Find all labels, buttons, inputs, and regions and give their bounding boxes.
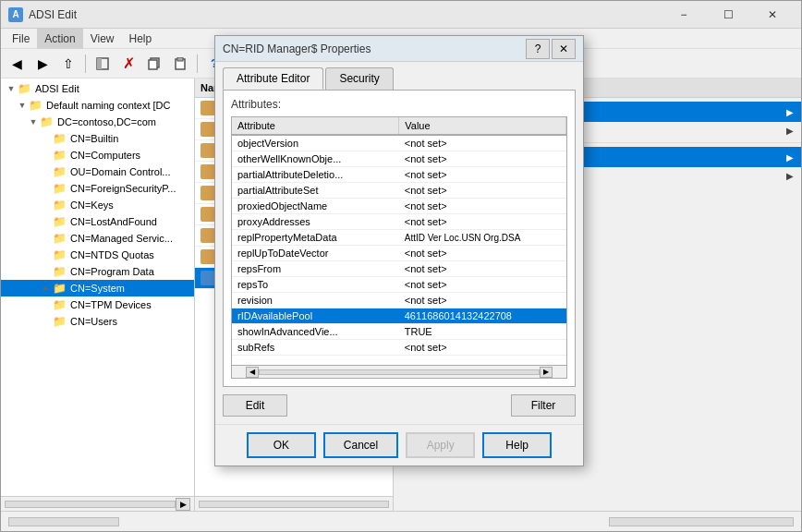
item-icon <box>200 164 215 179</box>
attr-cell: proxyAddresses <box>232 214 399 230</box>
tree-root-label: ADSI Edit <box>35 83 79 94</box>
expand-icon: ▼ <box>5 84 18 93</box>
menu-file[interactable]: File <box>5 29 37 49</box>
list-hscroll[interactable] <box>195 496 393 511</box>
dialog-title: CN=RID Manager$ Properties <box>223 42 526 55</box>
menu-action[interactable]: Action <box>37 29 82 49</box>
value-cell: <not set> <box>399 246 566 261</box>
attributes-table: Attribute Value objectVersion<not set>ot… <box>232 117 566 356</box>
value-cell: TRUE <box>399 324 566 340</box>
tree-item-defaultnaming[interactable]: ▼ 📁 Default naming context [DC <box>1 97 194 114</box>
attr-cell: replPropertyMetaData <box>232 230 399 246</box>
item-icon <box>200 122 215 137</box>
table-row[interactable]: partialAttributeSet<not set> <box>232 183 566 199</box>
properties-dialog: CN=RID Manager$ Properties ? ✕ Attribute… <box>214 35 584 466</box>
table-row[interactable]: subRefs<not set> <box>232 340 566 356</box>
tree-item-computers[interactable]: 📁 CN=Computers <box>1 147 194 163</box>
tree-item-dc[interactable]: ▼ 📁 DC=contoso,DC=com <box>1 114 194 130</box>
tree-hscroll[interactable]: ▶ <box>1 496 194 511</box>
table-row[interactable]: repsFrom<not set> <box>232 261 566 277</box>
tree-item-tpm[interactable]: 📁 CN=TPM Devices <box>1 296 194 313</box>
attr-cell: subRefs <box>232 340 399 356</box>
attributes-table-container[interactable]: Attribute Value objectVersion<not set>ot… <box>231 116 567 366</box>
item-icon <box>200 228 215 243</box>
tree-item-programdata[interactable]: 📁 CN=Program Data <box>1 263 194 280</box>
folder-icon: 📁 <box>53 248 67 261</box>
tree-item-users[interactable]: 📁 CN=Users <box>1 313 194 330</box>
ok-button[interactable]: OK <box>247 432 316 458</box>
separator-1 <box>85 54 86 73</box>
table-row[interactable]: revision<not set> <box>232 293 566 308</box>
tree-item-system[interactable]: ► 📁 CN=System <box>1 280 194 296</box>
back-button[interactable]: ◀ <box>5 52 29 76</box>
paste-button[interactable] <box>168 52 192 76</box>
menu-view[interactable]: View <box>83 29 122 49</box>
dialog-help-button[interactable]: ? <box>526 39 550 59</box>
apply-button[interactable]: Apply <box>406 432 475 458</box>
minimize-button[interactable]: − <box>662 1 705 29</box>
table-row[interactable]: partialAttributeDeletio...<not set> <box>232 167 566 183</box>
tree-scrollbar[interactable] <box>5 501 176 508</box>
hscroll-track[interactable] <box>259 369 540 375</box>
table-row[interactable]: repsTo<not set> <box>232 277 566 293</box>
cancel-button[interactable]: Cancel <box>323 432 398 458</box>
tree-label: CN=Keys <box>70 200 114 211</box>
up-button[interactable]: ⇧ <box>56 52 80 76</box>
tree-item-keys[interactable]: 📁 CN=Keys <box>1 197 194 213</box>
maximize-button[interactable]: ☐ <box>707 1 749 29</box>
edit-button[interactable]: Edit <box>223 394 287 417</box>
table-row[interactable]: proxyAddresses<not set> <box>232 214 566 230</box>
attributes-label: Attributes: <box>231 98 567 111</box>
menu-help[interactable]: Help <box>122 29 160 49</box>
attr-cell: repsFrom <box>232 261 399 277</box>
hscroll-right[interactable]: ▶ <box>540 367 553 378</box>
scroll-right[interactable]: ▶ <box>176 498 190 511</box>
tree-item-managed[interactable]: 📁 CN=Managed Servic... <box>1 230 194 247</box>
expand-icon <box>40 217 53 226</box>
list-scrollbar[interactable] <box>199 501 389 508</box>
item-icon <box>200 101 215 115</box>
table-row[interactable]: replPropertyMetaDataAttID Ver Loc.USN Or… <box>232 230 566 246</box>
dialog-tabs: Attribute Editor Security <box>215 62 583 90</box>
tree-item-lostandfound[interactable]: 📁 CN=LostAndFound <box>1 213 194 230</box>
value-cell: AttID Ver Loc.USN Org.DSA <box>399 230 566 246</box>
table-row[interactable]: otherWellKnownObje...<not set> <box>232 151 566 167</box>
copy-button[interactable] <box>142 52 166 76</box>
tree-item-ntds[interactable]: 📁 CN=NTDS Quotas <box>1 247 194 263</box>
dialog-help-footer[interactable]: Help <box>482 432 552 458</box>
expand-icon <box>40 250 53 260</box>
tree-item-domaincontrol[interactable]: 📁 OU=Domain Control... <box>1 163 194 180</box>
value-cell: <not set> <box>399 135 566 151</box>
attr-cell: replUpToDateVector <box>232 246 399 261</box>
attr-table-hscroll[interactable]: ◀ ▶ <box>231 366 567 379</box>
folder-icon: 📁 <box>53 315 67 328</box>
folder-icon: 📁 <box>53 132 67 145</box>
tab-security[interactable]: Security <box>325 67 393 90</box>
folder-icon: 📁 <box>53 265 67 278</box>
tree-item-builtin[interactable]: 📁 CN=Builtin <box>1 130 194 147</box>
show-hide-button[interactable] <box>91 52 115 76</box>
value-cell: <not set> <box>399 214 566 230</box>
forward-button[interactable]: ▶ <box>30 52 55 76</box>
svg-rect-5 <box>177 57 183 61</box>
tree-item-foreign[interactable]: 📁 CN=ForeignSecurityP... <box>1 180 194 197</box>
dialog-close-button[interactable]: ✕ <box>552 39 576 59</box>
delete-button[interactable]: ✗ <box>116 52 140 76</box>
status-scroll-right[interactable] <box>609 517 794 526</box>
table-row[interactable]: showInAdvancedVie...TRUE <box>232 324 566 340</box>
status-scroll-left[interactable] <box>8 517 119 526</box>
table-row[interactable]: replUpToDateVector<not set> <box>232 246 566 261</box>
tree-root[interactable]: ▼ 📁 ADSI Edit <box>1 80 194 97</box>
table-row[interactable]: objectVersion<not set> <box>232 135 566 151</box>
expand-icon <box>40 234 53 243</box>
filter-button[interactable]: Filter <box>511 394 576 417</box>
item-icon <box>200 143 215 158</box>
tree-label: CN=System <box>70 283 125 294</box>
expand-arrow: ▶ <box>786 126 794 136</box>
close-button[interactable]: ✕ <box>751 1 794 29</box>
folder-icon: 📁 <box>53 199 67 212</box>
table-row[interactable]: proxiedObjectName<not set> <box>232 199 566 214</box>
table-row[interactable]: rIDAvailablePool4611686014132422708 <box>232 308 566 324</box>
hscroll-left[interactable]: ◀ <box>246 367 259 378</box>
tab-attribute-editor[interactable]: Attribute Editor <box>223 67 323 90</box>
